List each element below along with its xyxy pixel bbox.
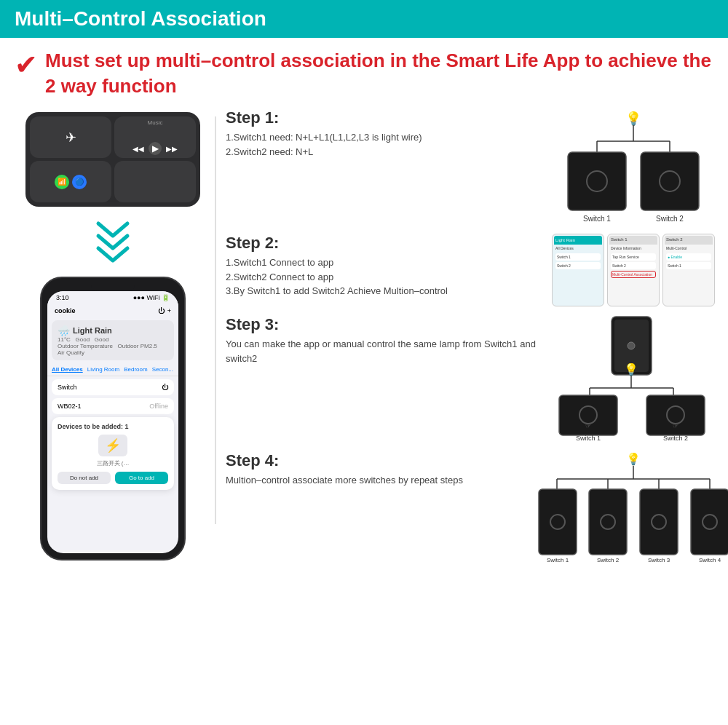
left-panel: ✈ Music ◀◀ ▶ ▶▶ 📶 🔵 bbox=[7, 105, 218, 584]
must-notice: ✔ Must set up multi–control association … bbox=[0, 38, 728, 105]
ios-tile-bottom-left: 📶 🔵 bbox=[30, 161, 111, 202]
tab-all-devices[interactable]: All Devices bbox=[52, 366, 83, 373]
svg-text:Switch 2: Switch 2 bbox=[597, 557, 620, 563]
svg-rect-5 bbox=[568, 152, 626, 210]
page-title: Multi–Control Association bbox=[15, 7, 266, 31]
app-screen-1: Light Rain All Devices Switch 1 Switch 2 bbox=[552, 234, 604, 306]
ios-tile-music: Music ◀◀ ▶ ▶▶ bbox=[114, 116, 196, 158]
ios-tile-airplane: ✈ bbox=[30, 116, 111, 158]
svg-text:☞: ☞ bbox=[585, 422, 591, 429]
svg-text:☞: ☞ bbox=[673, 422, 678, 429]
svg-text:Switch 1: Switch 1 bbox=[576, 435, 601, 442]
music-label: Music bbox=[148, 119, 163, 126]
phone-device-row-2: WB02-1 Offline bbox=[52, 398, 174, 414]
app-screen-3: Switch 2 Multi-Control ● Enable Switch 1 bbox=[662, 234, 715, 306]
step3-section: Step 3: You can make the app or manual c… bbox=[226, 315, 721, 443]
phone-time: 3:10 bbox=[56, 294, 69, 301]
tab-secon[interactable]: Secon... bbox=[152, 366, 173, 373]
weather-sub: 11°C Good Good bbox=[58, 336, 168, 343]
step1-title: Step 1: bbox=[226, 108, 537, 127]
step2-section: Step 2: 1.Switch1 Connect to app 2.Switc… bbox=[226, 234, 721, 306]
phone-device-row-1: Switch ⏻ bbox=[52, 379, 174, 395]
svg-text:Switch 2: Switch 2 bbox=[663, 435, 688, 442]
phone-screen: 3:10 ●●● WiFi 🔋 cookie ⏻ + 🌧️ Light Rain bbox=[47, 291, 178, 553]
add-buttons: Do not add Go to add bbox=[58, 472, 168, 484]
down-arrows bbox=[91, 220, 135, 271]
step4-visual: 💡 Switch 1 Switch 2 bbox=[546, 451, 721, 571]
arrows-svg bbox=[91, 220, 135, 271]
step3-visual: 💡 ☞ ☞ Switch 1 Switch 2 bbox=[546, 315, 721, 443]
go-to-add-button[interactable]: Go to add bbox=[115, 472, 168, 484]
svg-text:Switch 2: Switch 2 bbox=[656, 215, 684, 223]
step1-text: Step 1: 1.Switch1 need: N+L+L1(L1,L2,L3 … bbox=[226, 108, 537, 159]
svg-rect-34 bbox=[539, 489, 577, 555]
device1-name: Switch bbox=[58, 384, 77, 391]
main-content: ✈ Music ◀◀ ▶ ▶▶ 📶 🔵 bbox=[0, 105, 728, 584]
step2-desc: 1.Switch1 Connect to app 2.Switch2 Conne… bbox=[226, 255, 537, 298]
step4-text: Step 4: Multion–control associate more s… bbox=[226, 451, 537, 488]
step3-title: Step 3: bbox=[226, 315, 537, 334]
ios-tile-bottom-right bbox=[114, 161, 196, 202]
svg-text:Switch 1: Switch 1 bbox=[547, 557, 569, 563]
svg-text:Switch 3: Switch 3 bbox=[648, 557, 670, 563]
phone-weather: 🌧️ Light Rain 11°C Good Good Outdoor Tem… bbox=[52, 320, 174, 360]
phone-signal: ●●● WiFi 🔋 bbox=[133, 294, 170, 301]
must-text: Must set up multi–control association in… bbox=[45, 48, 713, 99]
power-icon: ⏻ bbox=[158, 307, 165, 314]
weather-title: Light Rain bbox=[73, 326, 112, 335]
step4-section: Step 4: Multion–control associate more s… bbox=[226, 451, 721, 571]
step4-title: Step 4: bbox=[226, 451, 537, 470]
svg-text:💡: 💡 bbox=[624, 362, 638, 376]
phone-app-header: cookie ⏻ + bbox=[47, 304, 178, 317]
svg-rect-7 bbox=[641, 152, 699, 210]
phone-mockup: 3:10 ●●● WiFi 🔋 cookie ⏻ + 🌧️ Light Rain bbox=[40, 277, 186, 560]
step1-desc: 1.Switch1 need: N+L+L1(L1,L2,L3 is light… bbox=[226, 130, 537, 159]
device2-status: Offline bbox=[149, 403, 168, 410]
svg-text:Switch 1: Switch 1 bbox=[583, 215, 611, 223]
page-header: Multi–Control Association bbox=[0, 0, 728, 38]
ios-control-center: ✈ Music ◀◀ ▶ ▶▶ 📶 🔵 bbox=[25, 112, 200, 207]
tab-bedroom[interactable]: Bedroom bbox=[124, 366, 147, 373]
add-icon: + bbox=[167, 307, 171, 314]
app-screenshots: Light Rain All Devices Switch 1 Switch 2… bbox=[552, 234, 715, 306]
step3-diagram: 💡 ☞ ☞ Switch 1 Switch 2 bbox=[546, 315, 721, 443]
step4-diagram: 💡 Switch 1 Switch 2 bbox=[535, 451, 728, 571]
phone-notch bbox=[91, 284, 135, 291]
add-device-name: 三路开关 (… bbox=[58, 459, 168, 467]
step2-visual: Light Rain All Devices Switch 1 Switch 2… bbox=[546, 234, 721, 306]
add-dialog-title: Devices to be added: 1 bbox=[58, 423, 168, 430]
add-device-icon: ⚡ bbox=[98, 435, 127, 456]
multi-control-badge: Multi-Control Association bbox=[612, 272, 654, 277]
device2-name: WB02-1 bbox=[58, 403, 82, 410]
step3-desc: You can make the app or manual control t… bbox=[226, 337, 537, 365]
step2-text: Step 2: 1.Switch1 Connect to app 2.Switc… bbox=[226, 234, 537, 298]
step1-section: Step 1: 1.Switch1 need: N+L+L1(L1,L2,L3 … bbox=[226, 108, 721, 225]
svg-text:Switch 4: Switch 4 bbox=[699, 557, 721, 563]
app-screen-2: Switch 1 Device Information Tap Run Serv… bbox=[607, 234, 660, 306]
power-btn[interactable]: ⏻ bbox=[162, 384, 168, 391]
step2-title: Step 2: bbox=[226, 234, 537, 253]
tab-living-room[interactable]: Living Room bbox=[87, 366, 119, 373]
step4-desc: Multion–control associate more switches … bbox=[226, 473, 537, 488]
step1-visual: 💡 Switch 1 Switch 2 bbox=[546, 108, 721, 225]
svg-rect-37 bbox=[589, 489, 627, 555]
svg-text:💡: 💡 bbox=[625, 111, 642, 127]
svg-text:💡: 💡 bbox=[626, 452, 641, 466]
svg-rect-40 bbox=[640, 489, 678, 555]
svg-rect-43 bbox=[691, 489, 728, 555]
step1-diagram: 💡 Switch 1 Switch 2 bbox=[553, 108, 713, 225]
phone-tabs: All Devices Living Room Bedroom Secon... bbox=[47, 363, 178, 376]
do-not-add-button[interactable]: Do not add bbox=[58, 472, 111, 484]
phone-status-bar: 3:10 ●●● WiFi 🔋 bbox=[47, 291, 178, 304]
checkmark-icon: ✔ bbox=[15, 51, 38, 79]
divider bbox=[215, 116, 216, 524]
phone-user: cookie bbox=[55, 307, 76, 314]
svg-point-13 bbox=[628, 342, 635, 349]
right-panel: Step 1: 1.Switch1 need: N+L+L1(L1,L2,L3 … bbox=[218, 105, 728, 584]
phone-add-dialog: Devices to be added: 1 ⚡ 三路开关 (… Do not … bbox=[52, 417, 174, 490]
step3-text: Step 3: You can make the app or manual c… bbox=[226, 315, 537, 365]
